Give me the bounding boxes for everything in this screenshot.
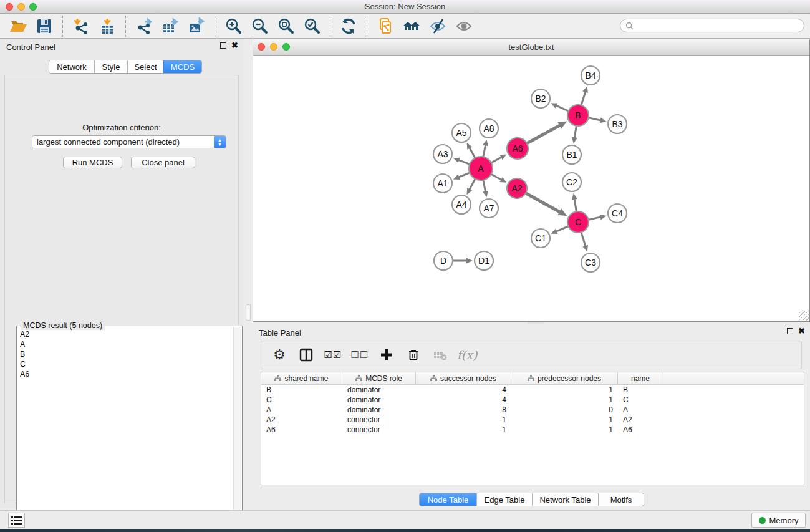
cell-predecessor-nodes: 1 <box>511 415 618 424</box>
delete-column-icon[interactable] <box>405 346 422 364</box>
tab-select[interactable]: Select <box>127 60 163 73</box>
edge-arrow-icon <box>582 86 588 93</box>
column-tree-icon <box>528 375 534 382</box>
cell-shared-name: A <box>261 405 342 414</box>
cell-shared-name: A6 <box>261 425 342 434</box>
cell-successor-nodes: 4 <box>416 385 511 394</box>
column-header-filler <box>663 372 804 384</box>
import-table-icon[interactable] <box>94 16 120 37</box>
float-table-panel-icon[interactable] <box>787 328 793 334</box>
node-label-D: D <box>440 256 446 266</box>
search-field[interactable] <box>620 19 804 32</box>
column-header-successor-nodes[interactable]: successor nodes <box>416 372 511 384</box>
table-panel: Table Panel ✖ ⚙ ☑☑ ☐☐ f(x) <box>253 324 810 509</box>
export-network-icon[interactable] <box>131 16 157 37</box>
export-table-icon[interactable] <box>157 16 183 37</box>
column-header-predecessor-nodes[interactable]: predecessor nodes <box>511 372 618 384</box>
cell-predecessor-nodes: 1 <box>511 395 618 404</box>
node-label-B4: B4 <box>585 70 595 80</box>
criterion-select[interactable]: largest connected component (directed) ▲… <box>32 135 226 148</box>
column-header-label: shared name <box>284 374 328 383</box>
save-session-icon[interactable] <box>31 16 57 37</box>
column-header-MCDS-role[interactable]: MCDS role <box>342 372 416 384</box>
tab-network[interactable]: Network <box>49 60 94 73</box>
node-label-A1: A1 <box>437 178 448 188</box>
zoom-fit-icon[interactable] <box>272 16 299 37</box>
cell-successor-nodes: 1 <box>416 425 511 434</box>
tab-style[interactable]: Style <box>94 60 127 73</box>
column-header-label: name <box>631 374 650 383</box>
first-neighbors-icon[interactable] <box>398 16 425 37</box>
apply-layout-icon[interactable] <box>335 16 362 37</box>
mcds-result-item[interactable]: A2 <box>17 329 233 339</box>
hide-selected-icon[interactable] <box>425 16 451 37</box>
search-input[interactable] <box>634 21 799 31</box>
node-label-A5: A5 <box>456 128 466 138</box>
edge-arrow-icon <box>466 258 473 264</box>
table-tab-node-table[interactable]: Node Table <box>420 493 476 506</box>
new-network-from-selection-icon[interactable] <box>372 16 398 37</box>
run-mcds-button[interactable]: Run MCDS <box>63 157 122 168</box>
mcds-result-list[interactable]: A2ABCA6 <box>17 329 233 531</box>
show-columns-icon[interactable] <box>298 346 314 364</box>
table-tab-edge-table[interactable]: Edge Table <box>476 493 532 506</box>
close-panel-icon[interactable]: ✖ <box>231 42 238 49</box>
cell-predecessor-nodes: 1 <box>511 385 618 394</box>
column-header-shared-name[interactable]: shared name <box>261 372 342 384</box>
mcds-result-group: MCDS result (5 nodes) A2ABCA6 <box>16 326 243 532</box>
control-panel-title: Control Panel <box>6 42 55 52</box>
column-header-name[interactable]: name <box>618 372 663 384</box>
table-row[interactable]: A2connector11A2 <box>261 415 804 425</box>
titlebar: Session: New Session <box>0 0 810 14</box>
close-panel-button[interactable]: Close panel <box>131 157 195 168</box>
export-image-icon[interactable] <box>183 16 210 37</box>
table-row[interactable]: A6connector11A6 <box>261 425 804 435</box>
node-table: shared nameMCDS rolesuccessor nodesprede… <box>261 372 804 485</box>
zoom-out-icon[interactable] <box>246 16 272 37</box>
network-graph[interactable]: AA1A2A3A4A5A6A7A8BB1B2B3B4CC1C2C3C4DD1 <box>253 56 809 321</box>
function-builder-icon[interactable]: f(x) <box>459 346 475 364</box>
task-history-button[interactable] <box>8 513 25 528</box>
select-all-columns-icon[interactable]: ☑☑ <box>325 346 341 364</box>
network-canvas[interactable]: AA1A2A3A4A5A6A7A8BB1B2B3B4CC1C2C3C4DD1 <box>253 56 809 321</box>
control-panel-tabs: NetworkStyleSelectMCDS <box>49 60 202 74</box>
table-panel-title: Table Panel <box>259 328 301 337</box>
delete-table-icon[interactable] <box>432 346 448 364</box>
application-window: Session: New Session <box>0 0 810 532</box>
edge-arrow-icon <box>572 193 577 200</box>
table-row[interactable]: Bdominator41B <box>261 385 804 395</box>
close-table-panel-icon[interactable]: ✖ <box>798 328 805 334</box>
edge-arrow-icon <box>572 137 577 144</box>
node-label-B3: B3 <box>612 119 622 129</box>
import-network-icon[interactable] <box>68 16 94 37</box>
table-row[interactable]: Cdominator41C <box>261 395 804 405</box>
window-resize-grip[interactable] <box>799 311 809 321</box>
mcds-result-item[interactable]: B <box>17 349 233 359</box>
mcds-result-item[interactable]: C <box>17 359 233 369</box>
memory-status-icon <box>759 517 766 524</box>
table-tab-network-table[interactable]: Network Table <box>532 493 598 506</box>
create-column-icon[interactable] <box>378 346 395 364</box>
node-label-B: B <box>575 110 581 120</box>
result-scrollbar[interactable] <box>233 327 241 531</box>
vertical-split-handle[interactable] <box>246 304 251 321</box>
table-tab-motifs[interactable]: Motifs <box>598 493 644 506</box>
show-all-icon[interactable] <box>451 16 477 37</box>
unselect-all-columns-icon[interactable]: ☐☐ <box>352 346 368 364</box>
table-row[interactable]: Adominator80A <box>261 405 804 415</box>
cell-name: A6 <box>618 425 663 434</box>
node-label-A: A <box>478 163 484 173</box>
optimization-criterion-label: Optimization criterion: <box>5 123 238 132</box>
float-panel-icon[interactable] <box>220 42 226 49</box>
window-title: Session: New Session <box>0 2 810 11</box>
open-file-icon[interactable] <box>5 16 31 37</box>
memory-button[interactable]: Memory <box>751 513 806 528</box>
tab-mcds[interactable]: MCDS <box>163 60 201 73</box>
mcds-result-item[interactable]: A6 <box>17 369 233 379</box>
table-settings-gear-icon[interactable]: ⚙ <box>271 346 287 364</box>
zoom-in-icon[interactable] <box>220 16 246 37</box>
zoom-selected-icon[interactable] <box>299 16 325 37</box>
cell-shared-name: C <box>261 395 342 404</box>
control-panel: Control Panel ✖ NetworkStyleSelectMCDS O… <box>0 39 243 508</box>
mcds-result-item[interactable]: A <box>17 339 233 349</box>
